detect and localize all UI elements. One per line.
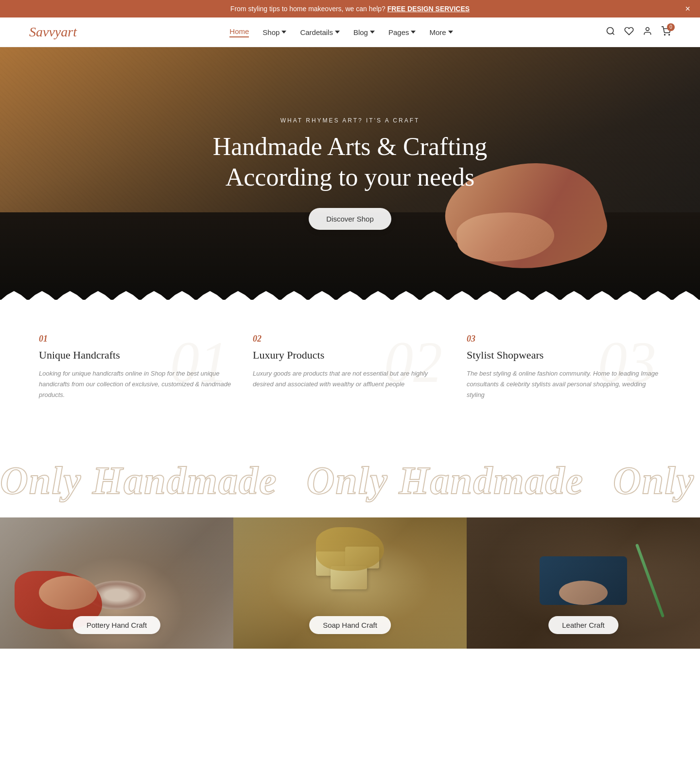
- feature-desc-3: The best styling & online fashion commun…: [467, 368, 661, 400]
- pottery-hands: [39, 576, 97, 610]
- hero-cta-button[interactable]: Discover Shop: [309, 208, 391, 230]
- feature-desc-1: Looking for unique handicrafts online in…: [39, 368, 233, 400]
- marquee-text-1: Only Handmade: [0, 459, 277, 503]
- pottery-label: Pottery Hand Craft: [73, 616, 160, 634]
- feature-number-2: 02: [253, 334, 447, 344]
- wishlist-button[interactable]: [624, 26, 634, 38]
- announcement-bar: From styling tips to home makeovers, we …: [0, 0, 700, 17]
- announcement-close-button[interactable]: ×: [685, 4, 690, 14]
- logo[interactable]: Savvyart: [29, 24, 77, 40]
- logo-italic: art: [61, 24, 77, 39]
- svg-point-4: [669, 34, 670, 35]
- chevron-down-icon: [335, 30, 340, 34]
- feature-title-1: Unique Handcrafts: [39, 349, 233, 361]
- marquee-section: Only Handmade Only Handmade Only Handmad…: [0, 430, 700, 517]
- feature-number-3: 03: [467, 334, 661, 344]
- logo-normal: Savvy: [29, 24, 61, 39]
- header: Savvyart Home Shop Cardetails Blog Pages…: [0, 17, 700, 47]
- svg-point-0: [607, 27, 613, 34]
- svg-line-1: [612, 33, 614, 34]
- marquee-text-3: Only Handmade: [613, 459, 700, 503]
- craft-item-leather[interactable]: Leather Craft: [467, 517, 700, 649]
- nav-item-more[interactable]: More: [429, 28, 453, 36]
- announcement-text: From styling tips to home makeovers, we …: [230, 5, 385, 13]
- feature-title-2: Luxury Products: [253, 349, 447, 361]
- user-icon: [643, 26, 652, 36]
- feature-item-3: 03 Stylist Shopwears The best styling & …: [467, 334, 661, 400]
- svg-point-3: [665, 34, 665, 35]
- soap-label: Soap Hand Craft: [309, 616, 391, 634]
- heart-icon: [624, 26, 634, 36]
- hero-section: WHAT RHYMES ART? IT'S A CRAFT Handmade A…: [0, 47, 700, 300]
- feature-desc-2: Luxury goods are products that are not e…: [253, 368, 447, 390]
- feature-item-2: 02 Luxury Products Luxury goods are prod…: [253, 334, 447, 400]
- leather-label: Leather Craft: [548, 616, 618, 634]
- svg-point-2: [646, 27, 649, 31]
- hero-subtitle: WHAT RHYMES ART? IT'S A CRAFT: [213, 117, 488, 124]
- marquee-text-2: Only Handmade: [306, 459, 583, 503]
- nav-item-shop[interactable]: Shop: [262, 28, 286, 36]
- chevron-down-icon: [411, 30, 416, 34]
- account-button[interactable]: [643, 26, 652, 38]
- header-icons: 0: [606, 26, 671, 38]
- search-button[interactable]: [606, 26, 615, 38]
- feature-number-1: 01: [39, 334, 233, 344]
- search-icon: [606, 26, 615, 36]
- main-nav: Home Shop Cardetails Blog Pages More: [229, 27, 453, 37]
- sponge: [316, 527, 384, 571]
- announcement-link[interactable]: FREE DESIGN SERVICES: [387, 5, 470, 13]
- nav-item-cardetails[interactable]: Cardetails: [300, 28, 340, 36]
- features-section: 01 Unique Handcrafts Looking for unique …: [0, 300, 700, 430]
- chevron-down-icon: [448, 30, 453, 34]
- craft-item-pottery[interactable]: Pottery Hand Craft: [0, 517, 233, 649]
- chevron-down-icon: [370, 30, 375, 34]
- nav-item-pages[interactable]: Pages: [388, 28, 416, 36]
- chevron-down-icon: [281, 30, 286, 34]
- crafts-section: Pottery Hand Craft Soap Hand Craft Leath…: [0, 517, 700, 649]
- cart-badge: 0: [667, 23, 675, 31]
- cart-button[interactable]: 0: [661, 26, 671, 38]
- craft-item-soap[interactable]: Soap Hand Craft: [233, 517, 467, 649]
- nav-item-home[interactable]: Home: [229, 27, 249, 37]
- feature-item-1: 01 Unique Handcrafts Looking for unique …: [39, 334, 233, 400]
- hero-title: Handmade Arts & Crafting According to yo…: [213, 132, 488, 192]
- leather-hand: [559, 581, 608, 605]
- feature-title-3: Stylist Shopwears: [467, 349, 661, 361]
- hero-content: WHAT RHYMES ART? IT'S A CRAFT Handmade A…: [213, 117, 488, 230]
- nav-item-blog[interactable]: Blog: [353, 28, 375, 36]
- leather-tool: [635, 544, 665, 618]
